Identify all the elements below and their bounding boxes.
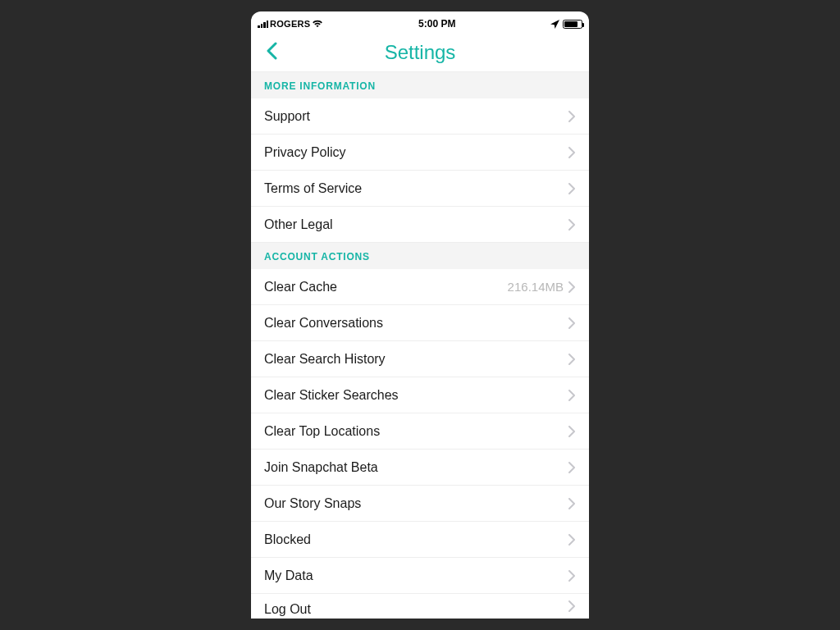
chevron-right-icon: [568, 462, 576, 473]
row-label: Clear Sticker Searches: [264, 388, 399, 403]
row-log-out[interactable]: Log Out: [251, 594, 589, 619]
row-other-legal[interactable]: Other Legal: [251, 207, 589, 243]
row-label: Other Legal: [264, 217, 333, 232]
status-bar: ROGERS 5:00 PM: [251, 15, 589, 33]
row-label: Clear Cache: [264, 280, 337, 294]
row-label: Privacy Policy: [264, 145, 346, 160]
row-clear-top-locations[interactable]: Clear Top Locations: [251, 413, 589, 450]
row-support[interactable]: Support: [251, 98, 589, 135]
row-label: Clear Search History: [264, 352, 386, 367]
row-label: Join Snapchat Beta: [264, 460, 378, 475]
chevron-right-icon: [568, 281, 576, 293]
row-label: Our Story Snaps: [264, 496, 361, 511]
chevron-right-icon: [568, 317, 576, 329]
row-privacy-policy[interactable]: Privacy Policy: [251, 135, 589, 171]
row-label: Clear Top Locations: [264, 424, 380, 439]
status-time: 5:00 PM: [418, 18, 455, 30]
section-header-more-info: MORE INFORMATION: [251, 72, 589, 98]
chevron-right-icon: [568, 498, 576, 509]
row-label: My Data: [264, 568, 313, 583]
chevron-right-icon: [568, 426, 576, 437]
row-terms-of-service[interactable]: Terms of Service: [251, 171, 589, 207]
row-label: Log Out: [264, 602, 311, 617]
section-header-account-actions: ACCOUNT ACTIONS: [251, 243, 589, 269]
row-label: Clear Conversations: [264, 316, 383, 331]
chevron-right-icon: [568, 219, 576, 231]
page-title: Settings: [385, 41, 456, 64]
chevron-right-icon: [568, 183, 576, 194]
chevron-right-icon: [568, 600, 576, 612]
carrier-label: ROGERS: [270, 19, 310, 29]
row-clear-cache[interactable]: Clear Cache 216.14MB: [251, 269, 589, 305]
status-right: [550, 20, 582, 29]
row-our-story-snaps[interactable]: Our Story Snaps: [251, 486, 589, 522]
nav-header: Settings: [251, 33, 589, 72]
chevron-right-icon: [568, 534, 576, 546]
row-label: Terms of Service: [264, 181, 362, 196]
chevron-right-icon: [568, 147, 576, 158]
cache-size-value: 216.14MB: [508, 280, 564, 294]
wifi-icon: [312, 20, 323, 28]
status-left: ROGERS: [258, 19, 323, 29]
row-blocked[interactable]: Blocked: [251, 522, 589, 558]
row-clear-search-history[interactable]: Clear Search History: [251, 341, 589, 377]
location-icon: [550, 20, 559, 29]
signal-icon: [258, 20, 268, 28]
row-my-data[interactable]: My Data: [251, 558, 589, 594]
chevron-left-icon: [266, 42, 277, 60]
row-label: Support: [264, 109, 310, 124]
row-clear-sticker-searches[interactable]: Clear Sticker Searches: [251, 377, 589, 413]
back-button[interactable]: [259, 38, 284, 67]
row-clear-conversations[interactable]: Clear Conversations: [251, 305, 589, 341]
battery-icon: [563, 20, 582, 29]
chevron-right-icon: [568, 390, 576, 401]
row-label: Blocked: [264, 532, 311, 547]
settings-list[interactable]: MORE INFORMATION Support Privacy Policy …: [251, 72, 589, 619]
phone-screen: ROGERS 5:00 PM Settings MORE INFORMATION…: [251, 11, 589, 619]
chevron-right-icon: [568, 354, 576, 365]
chevron-right-icon: [568, 570, 576, 582]
row-join-snapchat-beta[interactable]: Join Snapchat Beta: [251, 450, 589, 486]
chevron-right-icon: [568, 111, 576, 122]
